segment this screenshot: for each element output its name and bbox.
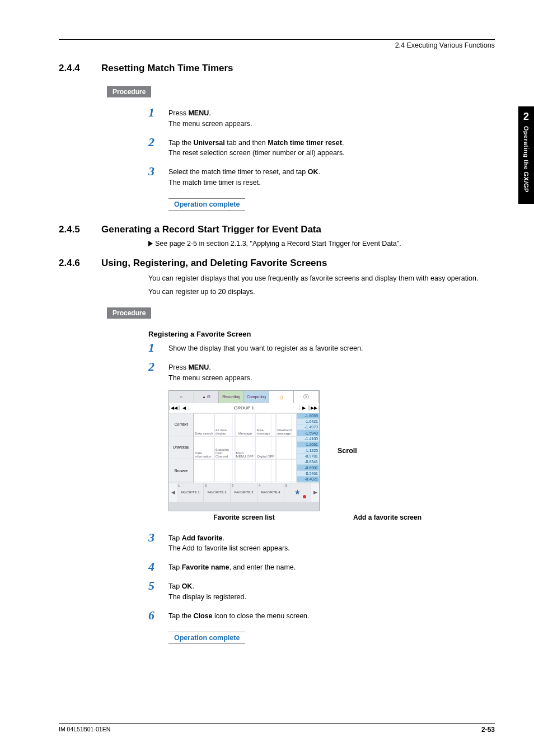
step-4: 4 Tap Favorite name, and enter the name. xyxy=(148,561,495,573)
breadcrumb: 2.4 Executing Various Functions xyxy=(59,41,495,49)
step-number: 2 xyxy=(148,361,168,373)
step-text: Tap the Universal tab and then Match tim… xyxy=(168,136,345,159)
side-browse: Browse xyxy=(169,459,193,482)
fav-right: ▶ xyxy=(311,483,319,502)
step-1: 1 Show the display that you want to regi… xyxy=(148,342,495,354)
intro-text-1: You can register displays that you use f… xyxy=(148,273,495,284)
fav-left: ◀ xyxy=(169,483,177,502)
group-prev2: ◀◀ xyxy=(169,405,179,410)
group-next: ▶ xyxy=(299,405,309,410)
page-footer: IM 04L51B01-01EN 2-53 xyxy=(59,723,495,734)
chapter-tab: 2 Operating the GX/GP xyxy=(518,106,534,204)
figure-wrap: ⌂ ▲ ⊟ Recording Computing ☼ ⓧ ◀◀ ◀ GROUP… xyxy=(168,390,495,511)
section-title: Resetting Match Time Timers xyxy=(101,63,233,74)
section-number: 2.4.4 xyxy=(59,63,101,74)
side-universal: Universal xyxy=(169,436,193,459)
caption-favorite-list: Favorite screen list xyxy=(168,514,320,521)
favorite-row: ◀ 1FAVORITE 1 2FAVORITE 2 3FAVORITE 3 4F… xyxy=(169,483,319,502)
step-number: 1 xyxy=(148,342,168,354)
caption-add-favorite: Add a favorite screen xyxy=(353,514,495,521)
step-number: 3 xyxy=(148,165,168,178)
brightness-icon: ☼ xyxy=(269,391,294,403)
header-rule xyxy=(59,39,495,40)
fav-add-slot: 5★ xyxy=(284,483,311,502)
operation-complete: Operation complete xyxy=(168,198,245,211)
page: 2.4 Executing Various Functions 2.4.4 Re… xyxy=(0,0,534,756)
value-column: -1.8059 -1.6421 -1.4979 -1.5940 -1.4100 … xyxy=(297,413,319,483)
section-number: 2.4.6 xyxy=(59,258,101,269)
procedure-label: Procedure xyxy=(107,307,151,319)
triangle-icon xyxy=(148,241,153,246)
sub-heading: Registering a Favorite Screen xyxy=(148,330,495,338)
chapter-number: 2 xyxy=(518,111,534,123)
step-text: Tap Add favorite. The Add to favorite li… xyxy=(168,531,290,554)
group-prev: ◀ xyxy=(179,405,189,410)
step-1: 1 Press MENU. The menu screen appears. xyxy=(148,106,495,129)
scroll-label: Scroll xyxy=(338,447,357,455)
close-icon: ⓧ xyxy=(294,391,319,403)
step-number: 5 xyxy=(148,580,168,592)
step-number: 1 xyxy=(148,106,168,119)
group-next2: ▶▶ xyxy=(309,405,319,410)
device-mid: Context Universal Browse Data search All… xyxy=(169,413,319,483)
fav-slot-1: 1FAVORITE 1 xyxy=(177,483,204,502)
side-context: Context xyxy=(169,413,193,436)
step-number: 3 xyxy=(148,531,168,544)
page-number: 2-53 xyxy=(481,726,495,734)
step-3: 3 Select the match time timer to reset, … xyxy=(148,165,495,188)
step-text: Tap OK. The display is registered. xyxy=(168,580,246,603)
group-label: GROUP 1 xyxy=(189,405,299,410)
step-text: Press MENU. The menu screen appears. xyxy=(168,106,252,129)
computing-tab: Computing xyxy=(244,391,269,403)
step-2: 2 Tap the Universal tab and then Match t… xyxy=(148,136,495,159)
intro-text-2: You can register up to 20 displays. xyxy=(148,287,495,297)
step-text: Tap Favorite name, and enter the name. xyxy=(168,561,296,573)
menu-grid: Data search All data display Message Fre… xyxy=(194,413,297,483)
fav-slot-3: 3FAVORITE 3 xyxy=(231,483,257,502)
add-badge xyxy=(303,495,306,498)
operation-complete: Operation complete xyxy=(168,632,245,644)
procedure-label: Procedure xyxy=(107,86,151,97)
step-number: 2 xyxy=(148,136,168,148)
step-5: 5 Tap OK. The display is registered. xyxy=(148,580,495,603)
section-2-4-4-header: 2.4.4 Resetting Match Time Timers xyxy=(59,63,495,74)
alarm-icon: ▲ ⊟ xyxy=(194,391,219,403)
step-number: 6 xyxy=(148,609,168,622)
step-text: Press MENU. The menu screen appears. xyxy=(168,361,252,384)
section-title: Using, Registering, and Deleting Favorit… xyxy=(101,258,327,269)
step-number: 4 xyxy=(148,561,168,573)
device-topbar: ⌂ ▲ ⊟ Recording Computing ☼ ⓧ xyxy=(169,391,319,403)
figure-captions: Favorite screen list Add a favorite scre… xyxy=(168,514,495,521)
side-tabs: Context Universal Browse xyxy=(169,413,194,483)
chapter-label: Operating the GX/GP xyxy=(523,126,530,197)
cross-reference: See page 2-5 in section 2.1.3, "Applying… xyxy=(148,240,495,248)
section-2-4-6-header: 2.4.6 Using, Registering, and Deleting F… xyxy=(59,258,495,269)
step-6: 6 Tap the Close icon to close the menu s… xyxy=(148,609,495,622)
step-3: 3 Tap Add favorite. The Add to favorite … xyxy=(148,531,495,554)
home-icon: ⌂ xyxy=(169,391,194,403)
fav-slot-4: 4FAVORITE 4 xyxy=(257,483,284,502)
recording-tab: Recording xyxy=(219,391,244,403)
step-text: Tap the Close icon to close the menu scr… xyxy=(168,609,310,622)
star-icon: ★ xyxy=(294,488,301,496)
group-bar: ◀◀ ◀ GROUP 1 ▶ ▶▶ xyxy=(169,403,319,413)
doc-id: IM 04L51B01-01EN xyxy=(59,726,110,734)
section-title: Generating a Record Start Trigger for Ev… xyxy=(101,224,321,235)
step-text: Select the match time timer to reset, an… xyxy=(168,165,320,188)
step-text: Show the display that you want to regist… xyxy=(168,342,363,354)
section-number: 2.4.5 xyxy=(59,224,101,235)
fav-slot-2: 2FAVORITE 2 xyxy=(204,483,231,502)
section-2-4-5-header: 2.4.5 Generating a Record Start Trigger … xyxy=(59,224,495,235)
device-screenshot: ⌂ ▲ ⊟ Recording Computing ☼ ⓧ ◀◀ ◀ GROUP… xyxy=(168,390,320,511)
step-2: 2 Press MENU. The menu screen appears. xyxy=(148,361,495,384)
